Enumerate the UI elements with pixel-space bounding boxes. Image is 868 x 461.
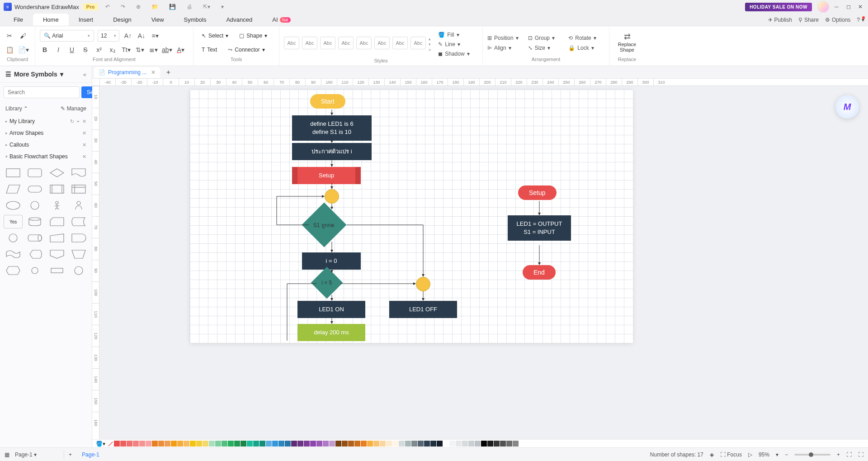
section-basic-flowchart[interactable]: ▾Basic Flowchart Shapes✕ bbox=[0, 151, 92, 162]
color-swatch[interactable] bbox=[487, 441, 493, 447]
shape-decision[interactable] bbox=[47, 166, 66, 180]
group-tool[interactable]: ⊡ Group▾ bbox=[528, 34, 564, 42]
color-swatch[interactable] bbox=[184, 441, 189, 447]
shape-decision-s1[interactable]: S1 ถูกกด bbox=[302, 203, 347, 247]
subscript-icon[interactable]: x₂ bbox=[108, 45, 118, 55]
color-swatch[interactable] bbox=[443, 441, 449, 447]
add-icon[interactable]: + bbox=[77, 119, 80, 124]
font-color-icon[interactable]: A▾ bbox=[176, 45, 186, 55]
page-layout-icon[interactable]: ▦ bbox=[5, 451, 9, 458]
color-swatch[interactable] bbox=[158, 441, 164, 447]
redo-icon[interactable]: ↷ bbox=[121, 4, 125, 10]
color-swatch[interactable] bbox=[278, 441, 284, 447]
shape-stored[interactable] bbox=[69, 215, 88, 228]
style-preset-3[interactable]: Abc bbox=[320, 37, 335, 49]
color-swatch[interactable] bbox=[310, 441, 316, 447]
color-swatch[interactable] bbox=[500, 441, 506, 447]
options-button[interactable]: ⚙ Options bbox=[825, 17, 850, 23]
export-icon[interactable]: ⇱▾ bbox=[203, 4, 210, 10]
color-swatch[interactable] bbox=[411, 441, 417, 447]
connector-tool[interactable]: ⤳ Connector ▾ bbox=[224, 45, 268, 55]
style-preset-8[interactable]: Abc bbox=[410, 37, 426, 49]
shape-tape[interactable] bbox=[4, 247, 23, 261]
font-family-select[interactable]: 🔍 Arial▾ bbox=[40, 30, 94, 42]
font-size-select[interactable]: 12▾ bbox=[98, 30, 119, 42]
color-swatch[interactable] bbox=[392, 441, 398, 447]
color-swatch[interactable] bbox=[506, 441, 512, 447]
style-preset-7[interactable]: Abc bbox=[392, 37, 408, 49]
shadow-tool[interactable]: ◼ Shadow ▾ bbox=[438, 50, 469, 58]
menu-design[interactable]: Design bbox=[103, 14, 141, 26]
color-swatch[interactable] bbox=[266, 441, 272, 447]
shape-define[interactable]: define LED1 is 6 define S1 is 10 bbox=[292, 115, 372, 141]
play-icon[interactable]: ▷ bbox=[748, 451, 752, 458]
save-icon[interactable]: 💾 bbox=[169, 4, 176, 10]
holiday-sale-badge[interactable]: HOLIDAY SALE ON NOW bbox=[745, 3, 812, 11]
color-swatch[interactable] bbox=[259, 441, 265, 447]
cut-icon[interactable]: ✂ bbox=[5, 31, 14, 41]
format-painter-icon[interactable]: 🖌 bbox=[18, 31, 28, 41]
shape-internal[interactable] bbox=[69, 182, 88, 196]
add-page-icon[interactable]: + bbox=[64, 451, 76, 458]
shape-offpage[interactable] bbox=[47, 247, 66, 261]
library-label[interactable]: Library ⌃ bbox=[5, 105, 28, 112]
section-arrow-shapes[interactable]: ▸Arrow Shapes✕ bbox=[0, 127, 92, 139]
color-swatch[interactable] bbox=[329, 441, 335, 447]
align-tool[interactable]: ⊫ Align▾ bbox=[487, 44, 524, 52]
maximize-icon[interactable]: ◻ bbox=[846, 4, 853, 10]
shape-preparation[interactable] bbox=[4, 264, 23, 277]
close-section-icon[interactable]: ✕ bbox=[82, 119, 86, 124]
shape-ellipse[interactable] bbox=[4, 199, 23, 212]
shape-collate[interactable] bbox=[47, 264, 66, 277]
shape-manual[interactable] bbox=[47, 231, 66, 245]
canvas[interactable]: Start define LED1 is 6 define S1 is 10 ป… bbox=[99, 86, 868, 439]
color-swatch[interactable] bbox=[203, 441, 208, 447]
strikethrough-icon[interactable]: S bbox=[80, 45, 90, 55]
page-tab[interactable]: Page-1 bbox=[76, 451, 105, 458]
highlight-icon[interactable]: ab▾ bbox=[162, 45, 172, 55]
increase-font-icon[interactable]: A↑ bbox=[123, 31, 133, 41]
shape-start[interactable]: Start bbox=[310, 94, 345, 109]
no-color-swatch[interactable] bbox=[108, 441, 113, 447]
paste-icon[interactable]: 📄▾ bbox=[18, 45, 29, 55]
color-swatch[interactable] bbox=[196, 441, 202, 447]
shape-merge[interactable] bbox=[69, 247, 88, 261]
color-swatch[interactable] bbox=[177, 441, 183, 447]
align-icon[interactable]: ≡▾ bbox=[150, 31, 160, 41]
manage-label[interactable]: ✎ Manage bbox=[61, 105, 86, 112]
shape-delay[interactable] bbox=[69, 231, 88, 245]
color-swatch[interactable] bbox=[430, 441, 436, 447]
color-swatch[interactable] bbox=[247, 441, 253, 447]
shape-rounded[interactable] bbox=[25, 166, 44, 180]
section-callouts[interactable]: ▸Callouts✕ bbox=[0, 139, 92, 151]
shape-database[interactable] bbox=[25, 215, 44, 228]
section-my-library[interactable]: ▸My Library↻+✕ bbox=[0, 115, 92, 127]
underline-icon[interactable]: U bbox=[67, 45, 77, 55]
document-tab[interactable]: 📄 Programming ... ✕ bbox=[94, 67, 160, 78]
print-icon[interactable]: 🖨 bbox=[187, 4, 192, 10]
open-icon[interactable]: 📁 bbox=[151, 4, 158, 10]
color-swatch[interactable] bbox=[494, 441, 500, 447]
color-swatch[interactable] bbox=[114, 441, 120, 447]
menu-file[interactable]: File bbox=[4, 14, 33, 26]
shape-or[interactable] bbox=[25, 264, 44, 277]
color-swatch[interactable] bbox=[272, 441, 278, 447]
color-swatch[interactable] bbox=[462, 441, 468, 447]
italic-icon[interactable]: I bbox=[53, 45, 63, 55]
color-swatch[interactable] bbox=[152, 441, 158, 447]
color-swatch[interactable] bbox=[323, 441, 329, 447]
style-preset-5[interactable]: Abc bbox=[356, 37, 372, 49]
color-swatch[interactable] bbox=[354, 441, 360, 447]
color-swatch[interactable] bbox=[171, 441, 177, 447]
text-tool[interactable]: T Text bbox=[198, 45, 221, 55]
menu-advanced[interactable]: Advanced bbox=[216, 14, 262, 26]
color-swatch[interactable] bbox=[418, 441, 424, 447]
publish-button[interactable]: ✈ Publish bbox=[768, 17, 792, 23]
shape-terminator[interactable] bbox=[25, 182, 44, 196]
color-swatch[interactable] bbox=[468, 441, 474, 447]
color-swatch[interactable] bbox=[316, 441, 322, 447]
shape-actor[interactable] bbox=[47, 199, 66, 212]
styles-expand[interactable]: ≡ bbox=[429, 48, 431, 52]
shape-connector-1[interactable] bbox=[325, 189, 339, 204]
color-swatch[interactable] bbox=[348, 441, 354, 447]
